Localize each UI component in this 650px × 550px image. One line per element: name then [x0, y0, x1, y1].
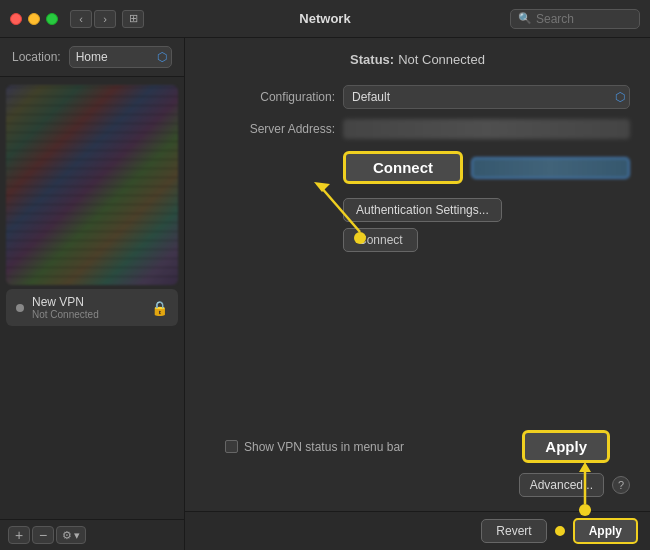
configuration-select[interactable]: Default	[343, 85, 630, 109]
sidebar-item-vpn[interactable]: New VPN Not Connected 🔒	[6, 289, 178, 326]
vpn-status-dot	[16, 304, 24, 312]
vpn-info: New VPN Not Connected	[32, 295, 151, 320]
lock-icon: 🔒	[151, 300, 168, 316]
chevron-down-icon: ▾	[74, 529, 80, 542]
search-input[interactable]	[536, 12, 632, 26]
sidebar: Location: Home ⬡ New VPN Not Connected 🔒	[0, 38, 185, 550]
network-settings-button[interactable]: ⚙ ▾	[56, 526, 86, 544]
grid-button[interactable]: ⊞	[122, 10, 144, 28]
configuration-select-wrapper[interactable]: Default ⬡	[343, 85, 630, 109]
main-layout: Location: Home ⬡ New VPN Not Connected 🔒	[0, 38, 650, 550]
minimize-button[interactable]	[28, 13, 40, 25]
svg-marker-5	[579, 462, 591, 472]
content-inner: Status: Not Connected Configuration: Def…	[185, 38, 650, 511]
sidebar-blurred-items	[6, 85, 178, 285]
sidebar-items: New VPN Not Connected 🔒	[0, 77, 184, 519]
location-select[interactable]: Home	[69, 46, 172, 68]
sidebar-bottom: + − ⚙ ▾	[0, 519, 184, 550]
location-select-wrapper[interactable]: Home ⬡	[69, 46, 172, 68]
show-vpn-label: Show VPN status in menu bar	[244, 440, 404, 454]
spacer	[205, 266, 630, 430]
auth-settings-button[interactable]: Authentication Settings...	[343, 198, 502, 222]
auth-row: Authentication Settings...	[205, 198, 630, 222]
status-row: Status: Not Connected	[205, 52, 630, 67]
location-bar: Location: Home ⬡	[0, 38, 184, 77]
advanced-row: Advanced... ?	[205, 473, 630, 501]
forward-button[interactable]: ›	[94, 10, 116, 28]
add-network-button[interactable]: +	[8, 526, 30, 544]
connect-button-row: Connect	[205, 151, 630, 184]
server-address-field[interactable]	[343, 119, 630, 139]
show-vpn-checkbox[interactable]	[225, 440, 238, 453]
maximize-button[interactable]	[46, 13, 58, 25]
connect-small-container: Connect	[205, 228, 630, 252]
back-button[interactable]: ‹	[70, 10, 92, 28]
apply-dot	[555, 526, 565, 536]
apply-bottom-button[interactable]: Apply	[573, 518, 638, 544]
advanced-button[interactable]: Advanced...	[519, 473, 604, 497]
server-address-row: Server Address:	[205, 119, 630, 139]
bottom-bar: Revert Apply	[185, 511, 650, 550]
server-address-label: Server Address:	[205, 122, 335, 136]
status-label: Status:	[350, 52, 394, 67]
help-button[interactable]: ?	[612, 476, 630, 494]
status-value: Not Connected	[398, 52, 485, 67]
apply-main-container: Apply	[522, 430, 610, 463]
revert-button[interactable]: Revert	[481, 519, 546, 543]
vpn-status-text: Not Connected	[32, 309, 151, 320]
search-bar[interactable]: 🔍	[510, 9, 640, 29]
titlebar: ‹ › ⊞ Network 🔍	[0, 0, 650, 38]
location-label: Location:	[12, 50, 61, 64]
search-icon: 🔍	[518, 12, 532, 25]
connect-button[interactable]: Connect	[343, 151, 463, 184]
connect-field-blurred	[471, 157, 630, 179]
nav-arrows: ‹ ›	[70, 10, 116, 28]
checkbox-row: Show VPN status in menu bar	[225, 440, 404, 454]
traffic-lights	[10, 13, 58, 25]
remove-network-button[interactable]: −	[32, 526, 54, 544]
window-title: Network	[299, 11, 350, 26]
close-button[interactable]	[10, 13, 22, 25]
configuration-label: Configuration:	[205, 90, 335, 104]
connect-small-button[interactable]: Connect	[343, 228, 418, 252]
configuration-row: Configuration: Default ⬡	[205, 85, 630, 109]
gear-icon: ⚙	[62, 529, 72, 542]
apply-main-button[interactable]: Apply	[522, 430, 610, 463]
content-area: Status: Not Connected Configuration: Def…	[185, 38, 650, 550]
vpn-name: New VPN	[32, 295, 151, 309]
menubar-row: Show VPN status in menu bar Apply	[205, 430, 630, 463]
